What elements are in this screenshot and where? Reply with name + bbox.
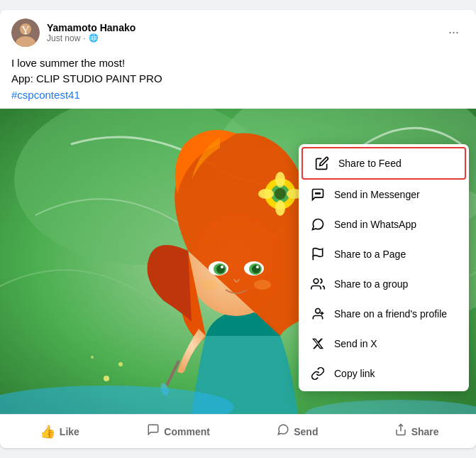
messenger-icon [310,187,326,202]
dropdown-label-share-to-page: Share to a Page [334,249,406,260]
svg-point-38 [319,193,321,195]
action-bar: 👍 Like Comment Send [0,414,476,448]
dropdown-item-copy-link[interactable]: Copy link [299,359,469,388]
svg-point-23 [221,266,223,268]
share-button[interactable]: Share [357,418,476,445]
like-icon: 👍 [40,424,55,440]
link-icon [310,366,326,381]
send-button[interactable]: Send [238,418,358,445]
user-info: Yamamoto Hanako Just now · 🌐 [47,22,135,43]
friend-profile-icon [310,306,326,322]
dropdown-label-share-to-feed: Share to Feed [338,158,402,169]
edit-icon [314,156,330,171]
post-image-wrap: Share to Feed Send in Messenger [0,109,476,414]
dropdown-label-send-in-whatsapp: Send in WhatsApp [334,219,416,230]
dropdown-item-send-in-messenger[interactable]: Send in Messenger [299,180,469,209]
dropdown-label-share-to-group: Share to a group [334,278,408,290]
dropdown-label-share-on-friend: Share on a friend's profile [334,308,447,320]
post-header: Y Yamamoto Hanako Just now · 🌐 ··· [0,10,476,55]
svg-point-41 [316,309,321,314]
svg-point-32 [118,362,123,366]
dropdown-label-copy-link: Copy link [334,368,375,379]
share-dropdown: Share to Feed Send in Messenger [299,144,469,391]
post-card: Y Yamamoto Hanako Just now · 🌐 ··· I lov… [0,10,476,449]
like-label: Like [60,426,79,437]
hashtag[interactable]: #cspcontest41 [11,89,80,101]
dropdown-item-send-in-x[interactable]: Send in X [299,329,469,359]
svg-point-12 [275,188,286,200]
user-name: Yamamoto Hanako [47,22,135,33]
svg-point-40 [314,279,319,284]
send-icon [277,423,289,440]
post-meta: Just now · 🌐 [47,33,135,43]
dropdown-item-share-on-friend[interactable]: Share on a friend's profile [299,299,469,329]
x-icon [310,336,326,351]
svg-point-36 [316,193,317,195]
comment-label: Comment [164,426,210,437]
svg-point-14 [275,200,285,216]
dropdown-label-send-in-messenger: Send in Messenger [334,189,420,200]
svg-text:Y: Y [21,24,30,36]
share-label: Share [411,426,439,437]
dropdown-label-send-in-x: Send in X [334,338,377,349]
share-icon [394,423,407,440]
svg-point-15 [258,189,274,199]
svg-point-33 [91,356,94,359]
dropdown-item-share-to-page[interactable]: Share to a Page [299,239,469,269]
svg-point-31 [104,376,109,381]
avatar: Y [11,18,40,47]
comment-button[interactable]: Comment [119,418,238,445]
flag-icon [310,246,326,262]
privacy-icon: 🌐 [89,33,99,43]
dropdown-item-send-in-whatsapp[interactable]: Send in WhatsApp [299,209,469,239]
send-label: Send [294,426,318,437]
more-options-button[interactable]: ··· [443,22,465,43]
svg-point-24 [256,266,259,268]
post-text: I love summer the most! App: CLIP STUDIO… [0,55,476,109]
group-icon [310,276,326,292]
svg-point-26 [254,280,271,290]
dropdown-item-share-to-feed[interactable]: Share to Feed [301,147,466,180]
dropdown-item-share-to-group[interactable]: Share to a group [299,269,469,299]
svg-point-25 [201,280,218,290]
svg-point-37 [317,193,319,195]
comment-icon [147,423,160,440]
svg-point-21 [216,265,225,273]
like-button[interactable]: 👍 Like [0,418,119,445]
svg-point-13 [275,172,285,187]
svg-point-22 [252,265,260,273]
whatsapp-icon [310,217,326,232]
